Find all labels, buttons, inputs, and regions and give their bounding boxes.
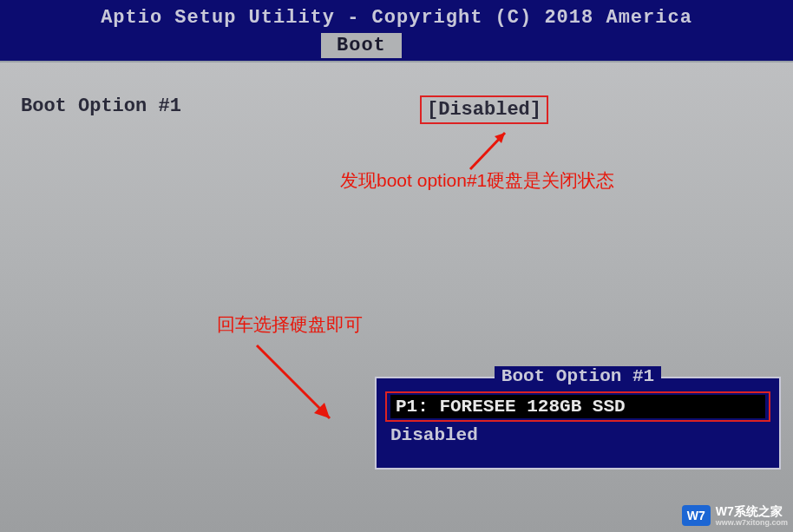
watermark-url: www.w7xitong.com <box>716 518 788 527</box>
arrow-icon <box>250 338 338 427</box>
boot-option-label: Boot Option #1 <box>21 95 420 124</box>
svg-line-2 <box>257 345 330 418</box>
popup-selected-value: P1: FORESEE 128GB SSD <box>390 395 765 418</box>
boot-option-row[interactable]: Boot Option #1 [Disabled] <box>21 95 784 124</box>
annotation-2: 回车选择硬盘即可 <box>217 312 363 337</box>
bios-screen: Aptio Setup Utility - Copyright (C) 2018… <box>0 0 793 532</box>
popup-selected-row[interactable]: P1: FORESEE 128GB SSD <box>385 391 770 422</box>
watermark-badge: W7 <box>682 505 711 526</box>
header-title: Aptio Setup Utility - Copyright (C) 2018… <box>0 7 793 29</box>
popup-option[interactable]: Disabled <box>390 425 765 445</box>
boot-option-value[interactable]: [Disabled] <box>420 95 548 124</box>
watermark: W7 W7系统之家 www.w7xitong.com <box>682 504 788 527</box>
content-area: Boot Option #1 [Disabled] <box>21 95 784 124</box>
annotation-1: 发现boot option#1硬盘是关闭状态 <box>340 168 614 193</box>
header-bar: Aptio Setup Utility - Copyright (C) 2018… <box>0 0 793 61</box>
popup-title: Boot Option #1 <box>377 366 779 386</box>
divider <box>0 61 793 62</box>
arrow-icon <box>463 126 515 174</box>
boot-option-popup[interactable]: Boot Option #1 P1: FORESEE 128GB SSD Dis… <box>375 377 781 470</box>
tab-boot[interactable]: Boot <box>321 33 402 58</box>
